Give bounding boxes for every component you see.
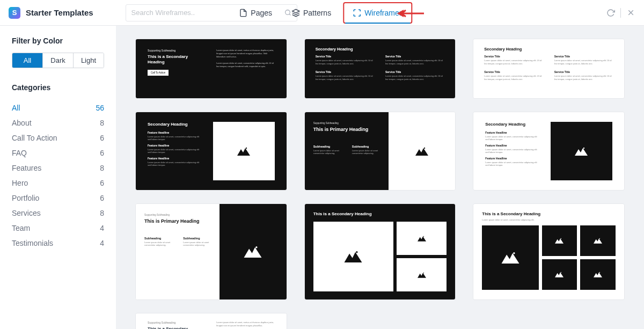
category-item[interactable]: About8: [12, 115, 104, 130]
mountain-icon: [344, 251, 362, 262]
mountain-icon: [575, 147, 588, 156]
mountain-icon: [418, 236, 426, 242]
template-card[interactable]: This is a Secondary Heading Lorem ipsum …: [473, 203, 625, 300]
template-card[interactable]: Supporting SubheadingThis is Primary Hea…: [135, 203, 287, 300]
category-item[interactable]: Hero6: [12, 176, 104, 191]
category-item[interactable]: FAQ6: [12, 145, 104, 160]
category-item[interactable]: Services8: [12, 206, 104, 221]
close-button[interactable]: [626, 8, 635, 17]
page-icon: [239, 9, 247, 17]
categories-title: Categories: [12, 83, 104, 92]
mountain-icon: [501, 252, 519, 264]
content: Supporting SubheadingThis is a Secondary…: [116, 26, 644, 329]
category-item[interactable]: Portfolio6: [12, 191, 104, 206]
header-nav: Pages Patterns Wireframes: [231, 2, 412, 24]
svg-marker-1: [292, 9, 299, 13]
refresh-button[interactable]: [606, 9, 615, 17]
filter-title: Filter by Color: [12, 36, 104, 45]
sidebar: Filter by Color All Dark Light Categorie…: [0, 26, 116, 329]
mountain-icon: [594, 272, 602, 277]
template-card[interactable]: This is a Secondary Heading: [304, 203, 456, 300]
nav-patterns-label: Patterns: [303, 9, 331, 17]
template-card[interactable]: Supporting SubheadingThis is Primary Hea…: [304, 112, 456, 191]
filter-all[interactable]: All: [12, 53, 42, 68]
close-icon: [626, 8, 635, 17]
logo: S Starter Templates: [9, 7, 93, 19]
filter-buttons: All Dark Light: [12, 53, 104, 68]
header-actions: [606, 8, 635, 18]
mountain-icon: [415, 147, 428, 156]
template-card[interactable]: Secondary Heading Feature HeadlineLorem …: [473, 112, 625, 191]
nav-wireframes-label: Wireframes: [364, 9, 403, 17]
header: S Starter Templates Pages Patterns Wiref…: [0, 0, 644, 26]
filter-dark[interactable]: Dark: [42, 53, 73, 68]
template-grid: Supporting SubheadingThis is a Secondary…: [135, 39, 625, 329]
refresh-icon: [606, 9, 615, 17]
nav-pages[interactable]: Pages: [231, 2, 280, 24]
patterns-icon: [291, 9, 300, 17]
mountain-icon: [555, 272, 564, 277]
category-item[interactable]: Features8: [12, 160, 104, 176]
template-card[interactable]: Supporting SubheadingThis is a Secondary…: [135, 39, 287, 99]
nav-pages-label: Pages: [251, 9, 272, 17]
app-title: Starter Templates: [26, 8, 93, 17]
wireframe-highlight: Wireframes: [343, 2, 413, 24]
category-item[interactable]: Call To Action6: [12, 130, 104, 145]
mountain-icon: [555, 238, 564, 244]
mountain-icon: [244, 246, 262, 258]
category-list: All56 About8 Call To Action6 FAQ6 Featur…: [12, 100, 104, 251]
wireframes-icon: [353, 9, 361, 17]
category-item[interactable]: Team4: [12, 221, 104, 236]
logo-icon: S: [9, 7, 20, 19]
nav-wireframes[interactable]: Wireframes: [345, 4, 411, 21]
mountain-icon: [594, 238, 602, 244]
template-card[interactable]: Supporting SubheadingThis is a Secondary…: [135, 313, 287, 329]
template-card[interactable]: Secondary Heading Feature HeadlineLorem …: [135, 112, 287, 191]
nav-patterns[interactable]: Patterns: [284, 2, 339, 24]
mountain-icon: [418, 272, 426, 278]
category-item[interactable]: Testimonials4: [12, 236, 104, 251]
divider: [620, 8, 621, 18]
category-item[interactable]: All56: [12, 100, 104, 115]
filter-light[interactable]: Light: [73, 53, 104, 68]
mountain-icon: [237, 147, 250, 156]
main: Filter by Color All Dark Light Categorie…: [0, 26, 644, 329]
template-card[interactable]: Secondary Heading Service TitleLorem ips…: [473, 39, 625, 99]
template-card[interactable]: Secondary Heading Service TitleLorem ips…: [304, 39, 456, 99]
